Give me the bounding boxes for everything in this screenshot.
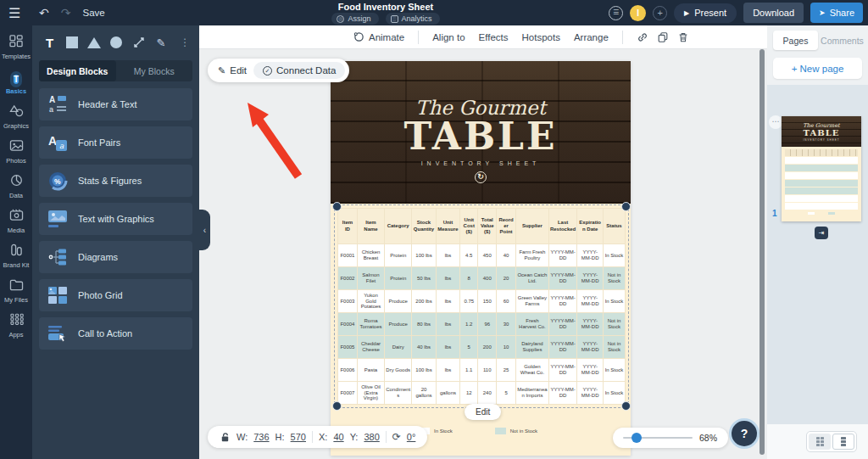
table-cell: 1.2 (460, 313, 478, 336)
zoom-slider[interactable] (623, 437, 693, 439)
sidebar-item-templates[interactable]: Templates (0, 31, 32, 64)
y-field[interactable]: 380 (364, 432, 379, 442)
height-label: H: (275, 432, 285, 442)
table-header-cell: Last Restocked (548, 209, 577, 244)
table-cell: Yukon Gold Potatoes (357, 290, 384, 313)
page-number: 1 (772, 209, 777, 218)
hotspots-button[interactable]: Hotspots (522, 32, 560, 42)
selection-handle-top-right[interactable] (621, 202, 631, 211)
panel-collapse-button[interactable]: ‹ (199, 210, 210, 250)
block-card-font-pairs[interactable]: AaFont Pairs (39, 126, 192, 159)
photo-grid-icon (47, 285, 68, 305)
share-button[interactable]: ➤Share (810, 3, 863, 23)
table-cell: 100 lbs (412, 359, 436, 382)
brand-kit-icon (9, 243, 24, 260)
zoom-slider-thumb[interactable] (632, 433, 642, 443)
sidebar-item-basics[interactable]: TBasics (0, 65, 32, 99)
table-cell: Protein (385, 244, 412, 267)
new-page-button[interactable]: + New page (773, 58, 862, 79)
page-thumbnail[interactable]: The Gourmet TABLE INVENTORY SHEET (782, 116, 861, 221)
sidebar-item-graphics[interactable]: Graphics (0, 100, 32, 134)
circle-icon (110, 36, 122, 48)
comments-icon[interactable]: ☰ (609, 6, 623, 20)
line-tool-button[interactable] (131, 33, 146, 52)
animate-button[interactable]: Animate (353, 31, 404, 42)
table-cell: Green Valley Farms (516, 290, 549, 313)
block-card-diagrams[interactable]: Diagrams (39, 241, 192, 273)
avatar[interactable]: I (630, 5, 646, 21)
inventory-table-block[interactable]: Item IDItem NameCategoryStock QuantityUn… (337, 208, 626, 405)
redo-icon[interactable]: ↷ (61, 6, 71, 20)
pen-tool-button[interactable]: ✎ (153, 33, 168, 52)
align-to-button[interactable]: Align to (432, 32, 465, 42)
help-button[interactable]: ? (732, 421, 757, 446)
triangle-shape-button[interactable] (87, 33, 102, 52)
square-shape-button[interactable] (64, 33, 79, 52)
assign-button[interactable]: ◎Assign (331, 13, 378, 25)
sidebar-item-apps[interactable]: Apps (0, 309, 32, 343)
x-field[interactable]: 40 (333, 432, 343, 442)
connect-data-button[interactable]: ✓Connect Data (253, 62, 345, 79)
block-card-photo-grid[interactable]: Photo Grid (39, 279, 192, 311)
tab-my-blocks[interactable]: My Blocks (116, 60, 193, 81)
table-cell: YYYY-MM-DD (548, 313, 577, 336)
block-card-call-to-action[interactable]: Call to Action (39, 317, 192, 350)
sidebar-item-my-files[interactable]: My Files (0, 274, 32, 308)
page-transition-icon[interactable]: ⇥ (815, 227, 828, 239)
tab-design-blocks[interactable]: Design Blocks (39, 60, 116, 81)
lock-icon[interactable] (220, 432, 231, 443)
text-tool-button[interactable]: T (42, 33, 57, 52)
link-icon[interactable] (637, 31, 648, 43)
sidebar-item-data[interactable]: Data (0, 170, 32, 204)
analytics-icon: ░ (391, 15, 398, 23)
rotate-icon[interactable]: ⟳ (392, 431, 401, 443)
grid-view-button[interactable] (809, 434, 831, 450)
stats-figures-icon: % (47, 171, 68, 191)
effects-button[interactable]: Effects (479, 32, 509, 42)
block-card-header-text[interactable]: AaHeader & Text (39, 88, 192, 120)
x-label: X: (319, 432, 327, 442)
selection-handle-bottom-right[interactable] (621, 401, 631, 411)
table-cell: Dairyland Supplies (516, 336, 549, 359)
add-collaborator-button[interactable]: + (653, 6, 667, 20)
arrange-button[interactable]: Arrange (574, 32, 609, 42)
edit-tooltip-button[interactable]: Edit (465, 404, 501, 420)
table-cell: YYYY-MM-DD (548, 290, 577, 313)
table-cell: lbs (436, 336, 459, 359)
height-field[interactable]: 570 (291, 432, 306, 442)
list-view-button[interactable] (832, 434, 854, 450)
block-list: AaHeader & TextAaFont Pairs%Stats & Figu… (39, 88, 192, 350)
sidebar-item-photos[interactable]: Photos (0, 135, 32, 169)
header-text-icon: Aa (47, 94, 68, 115)
table-cell: 1.1 (460, 359, 478, 382)
hamburger-menu-icon[interactable]: ☰ (8, 5, 27, 21)
edit-block-button[interactable]: ✎Edit (218, 65, 247, 76)
duplicate-icon[interactable] (657, 31, 669, 43)
more-tools-button[interactable]: ⋮ (178, 33, 192, 52)
circle-shape-button[interactable] (109, 33, 124, 52)
sidebar-item-brand-kit[interactable]: Brand Kit (0, 239, 32, 273)
tab-comments[interactable]: Comments (820, 31, 865, 50)
table-header-cell: Stock Quantity (412, 209, 436, 244)
table-cell: 5 (497, 382, 516, 405)
analytics-button[interactable]: ░Analytics (386, 13, 440, 25)
canvas-scrollbar[interactable] (760, 49, 765, 455)
trash-icon[interactable] (677, 31, 689, 43)
tab-pages[interactable]: Pages (773, 31, 818, 50)
save-button[interactable]: Save (82, 8, 104, 18)
selection-handle-top-left[interactable] (332, 202, 342, 211)
table-cell: YYYY-MM-DD (577, 244, 604, 267)
table-cell: 240 (478, 382, 497, 405)
selection-handle-bottom-left[interactable] (332, 401, 342, 411)
block-card-stats-figures[interactable]: %Stats & Figures (39, 165, 192, 197)
page-options-icon[interactable]: ⋯ (769, 115, 782, 129)
undo-icon[interactable]: ↶ (39, 6, 49, 20)
y-label: Y: (350, 432, 359, 442)
sidebar-item-media[interactable]: Media (0, 204, 32, 238)
width-field[interactable]: 736 (253, 432, 269, 442)
rotation-field[interactable]: 0° (407, 432, 416, 442)
download-button[interactable]: Download (743, 3, 804, 23)
top-bar: ☰ ↶ ↷ Save Food Inventory Sheet ◎Assign … (0, 0, 868, 25)
present-button[interactable]: ▶Present (674, 3, 737, 23)
block-card-text-with-graphics[interactable]: Text with Graphics (39, 203, 192, 235)
